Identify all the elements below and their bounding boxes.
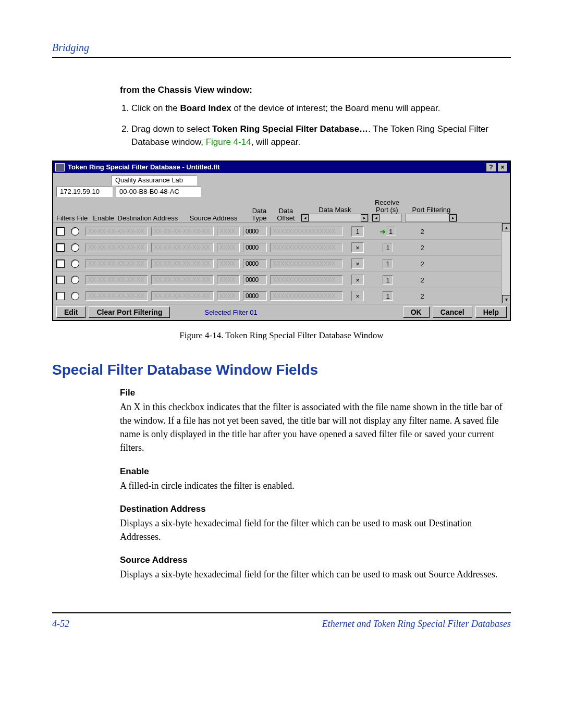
enable-radio[interactable]: [71, 227, 79, 236]
section-heading: Special Filter Database Window Fields: [52, 362, 511, 378]
page-number: 4-52: [52, 619, 69, 630]
data-mask-field[interactable]: XXXXXXXXXXXXXXXX: [270, 259, 343, 268]
scroll-right-icon[interactable]: ▸: [361, 214, 368, 221]
col-dest: Destination Address: [116, 215, 179, 222]
breadcrumb: Bridging: [52, 42, 511, 57]
filter-row[interactable]: XX-XX-XX-XX-XX-XXXX-XX-XX-XX-XX-XXXXXX00…: [55, 256, 508, 272]
col-file: File: [77, 215, 88, 222]
page-header: Bridging: [52, 42, 511, 58]
enable-radio[interactable]: [71, 292, 79, 300]
data-mask-field[interactable]: XXXXXXXXXXXXXXXX: [270, 243, 343, 252]
port-filter-2: 2: [407, 276, 438, 284]
src-addr-field[interactable]: XX-XX-XX-XX-XX-XX: [151, 227, 214, 236]
scroll-right-icon[interactable]: ▸: [449, 214, 457, 221]
figure-link[interactable]: Figure 4-14: [206, 137, 251, 147]
enable-radio[interactable]: [71, 276, 79, 284]
filter-row[interactable]: XX-XX-XX-XX-XX-XXXX-XX-XX-XX-XX-XXXXXX00…: [55, 224, 508, 240]
selected-filter-label: Selected Filter 01: [204, 309, 399, 316]
field-block: Destination AddressDisplays a six-byte h…: [120, 504, 511, 544]
close-icon[interactable]: ×: [497, 163, 508, 172]
col-enable: Enable: [93, 215, 114, 222]
intro-heading: from the Chassis View window:: [120, 84, 511, 97]
port-filter-1: 1: [372, 291, 403, 301]
dmask-hscroll[interactable]: ◂▸: [301, 214, 369, 222]
receive-port-box[interactable]: 1: [351, 226, 364, 237]
arrow-icon: ➔: [380, 228, 386, 236]
data-offset-field[interactable]: 0000: [243, 275, 267, 285]
data-mask-field[interactable]: XXXXXXXXXXXXXXXX: [270, 227, 343, 236]
dest-addr-field[interactable]: XX-XX-XX-XX-XX-XX: [85, 243, 148, 252]
dest-addr-field[interactable]: XX-XX-XX-XX-XX-XX: [85, 291, 148, 301]
ip-field: 172.19.59.10: [56, 187, 113, 197]
col-pf: Port Filtering: [405, 206, 457, 214]
receive-port-box[interactable]: ×: [351, 258, 364, 269]
field-block: EnableA filled-in circle indicates the f…: [120, 466, 511, 492]
scroll-left-icon[interactable]: ◂: [372, 214, 380, 221]
field-description: Displays a six-byte hexadecimal field fo…: [120, 567, 511, 581]
mac-field: 00-00-B8-B0-48-AC: [116, 187, 201, 197]
titlebar[interactable]: Token Ring Special Filter Database - Unt…: [53, 162, 510, 173]
field-description: A filled-in circle indicates the filter …: [120, 479, 511, 492]
data-type-field[interactable]: XXXX: [217, 259, 240, 268]
filter-row[interactable]: XX-XX-XX-XX-XX-XXXX-XX-XX-XX-XX-XXXXXX00…: [55, 288, 508, 304]
data-offset-field[interactable]: 0000: [243, 291, 267, 301]
ok-button[interactable]: OK: [403, 306, 430, 318]
data-offset-field[interactable]: 0000: [243, 243, 267, 252]
src-addr-field[interactable]: XX-XX-XX-XX-XX-XX: [151, 243, 214, 252]
receive-port-box[interactable]: ×: [351, 291, 364, 301]
data-type-field[interactable]: XXXX: [217, 275, 240, 285]
pf-hscroll[interactable]: ▸: [405, 214, 457, 222]
src-addr-field[interactable]: XX-XX-XX-XX-XX-XX: [151, 259, 214, 268]
port-filter-1: 1: [372, 259, 403, 268]
edit-button[interactable]: Edit: [56, 306, 85, 318]
cancel-button[interactable]: Cancel: [433, 306, 472, 318]
scroll-down-icon[interactable]: ▾: [502, 295, 510, 303]
port-filter-2: 2: [407, 260, 438, 268]
instruction-step: Click on the Board Index of the device o…: [131, 102, 511, 115]
file-checkbox[interactable]: [56, 243, 65, 252]
clear-port-filtering-button[interactable]: Clear Port Filtering: [89, 306, 170, 318]
scroll-left-icon[interactable]: ◂: [301, 214, 309, 221]
app-icon: [55, 163, 65, 171]
file-checkbox[interactable]: [56, 260, 65, 268]
data-type-field[interactable]: XXXX: [217, 227, 240, 236]
dest-addr-field[interactable]: XX-XX-XX-XX-XX-XX: [85, 227, 148, 236]
filter-row[interactable]: XX-XX-XX-XX-XX-XXXX-XX-XX-XX-XX-XXXXXX00…: [55, 240, 508, 256]
scroll-up-icon[interactable]: ▴: [502, 223, 510, 231]
vertical-scrollbar[interactable]: ▴ ▾: [501, 223, 510, 304]
field-heading: Enable: [120, 466, 511, 477]
receive-port-box[interactable]: ×: [351, 242, 364, 253]
file-checkbox[interactable]: [56, 276, 65, 284]
filters-tab[interactable]: Filters: [56, 214, 75, 222]
data-mask-field[interactable]: XXXXXXXXXXXXXXXX: [270, 275, 343, 285]
recv-hscroll[interactable]: ◂: [372, 214, 402, 222]
enable-radio[interactable]: [71, 243, 79, 252]
port-filter-2: 2: [407, 292, 438, 300]
port-filter-2: 2: [407, 244, 438, 252]
port-filter-1: 1: [372, 243, 403, 252]
file-checkbox[interactable]: [56, 292, 65, 300]
figure-caption: Figure 4-14. Token Ring Special Filter D…: [52, 330, 511, 341]
src-addr-field[interactable]: XX-XX-XX-XX-XX-XX: [151, 291, 214, 301]
dest-addr-field[interactable]: XX-XX-XX-XX-XX-XX: [85, 259, 148, 268]
file-checkbox[interactable]: [56, 227, 65, 236]
col-src: Source Address: [182, 215, 244, 222]
data-offset-field[interactable]: 0000: [243, 259, 267, 268]
data-type-field[interactable]: XXXX: [217, 291, 240, 301]
help-icon[interactable]: ?: [486, 163, 496, 172]
filter-row[interactable]: XX-XX-XX-XX-XX-XXXX-XX-XX-XX-XX-XXXXXX00…: [55, 272, 508, 288]
col-doff: Data Offset: [274, 207, 298, 223]
instruction-list: Click on the Board Index of the device o…: [120, 102, 511, 149]
instruction-step: Drag down to select Token Ring Special F…: [131, 123, 511, 149]
data-mask-field[interactable]: XXXXXXXXXXXXXXXX: [270, 291, 343, 301]
data-offset-field[interactable]: 0000: [243, 227, 267, 236]
field-block: Source AddressDisplays a six-byte hexade…: [120, 555, 511, 581]
dest-addr-field[interactable]: XX-XX-XX-XX-XX-XX: [85, 275, 148, 285]
data-type-field[interactable]: XXXX: [217, 243, 240, 252]
enable-radio[interactable]: [71, 260, 79, 268]
help-button[interactable]: Help: [475, 306, 507, 318]
field-description: Displays a six-byte hexadecimal field fo…: [120, 516, 511, 544]
lab-field: Quality Assurance Lab: [112, 175, 197, 186]
src-addr-field[interactable]: XX-XX-XX-XX-XX-XX: [151, 275, 214, 285]
receive-port-box[interactable]: ×: [351, 275, 364, 285]
